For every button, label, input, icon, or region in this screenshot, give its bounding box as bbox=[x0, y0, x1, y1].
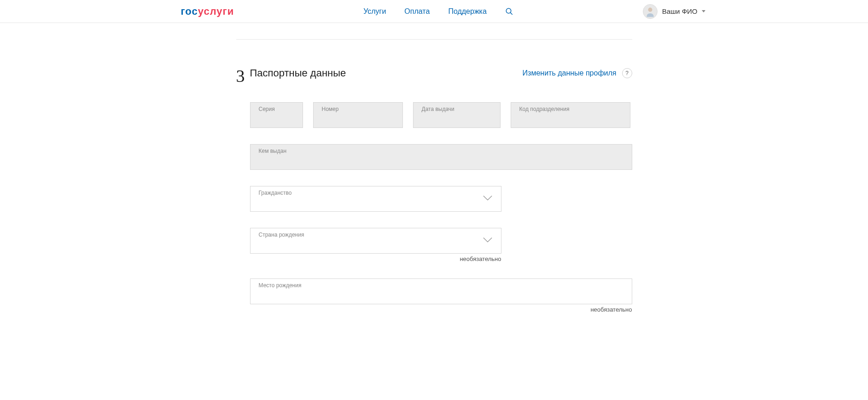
logo[interactable]: госуслуги bbox=[181, 6, 234, 17]
number-label: Номер bbox=[322, 106, 339, 112]
citizenship-label: Гражданство bbox=[259, 190, 292, 196]
number-field[interactable]: Номер bbox=[313, 102, 403, 128]
change-profile-link[interactable]: Изменить данные профиля bbox=[523, 69, 617, 77]
nav: Услуги Оплата Поддержка bbox=[363, 7, 513, 16]
help-icon[interactable]: ? bbox=[622, 68, 632, 78]
issued-by-label: Кем выдан bbox=[259, 148, 287, 154]
department-code-field[interactable]: Код подразделения bbox=[511, 102, 630, 128]
search-icon[interactable] bbox=[505, 7, 513, 16]
citizenship-field[interactable]: Гражданство bbox=[250, 186, 501, 212]
divider bbox=[236, 39, 632, 40]
birth-place-label: Место рождения bbox=[259, 282, 302, 289]
nav-services[interactable]: Услуги bbox=[363, 7, 386, 16]
series-field[interactable]: Серия bbox=[250, 102, 303, 128]
birth-country-label: Страна рождения bbox=[259, 232, 304, 238]
birth-place-input[interactable] bbox=[250, 279, 632, 304]
avatar bbox=[643, 4, 658, 19]
section-title: Паспортные данные bbox=[250, 67, 346, 79]
header: госуслуги Услуги Оплата Поддержка Ваши Ф… bbox=[0, 0, 868, 23]
svg-point-0 bbox=[506, 8, 511, 13]
birth-place-field[interactable]: Место рождения bbox=[250, 278, 632, 304]
department-code-label: Код подразделения bbox=[519, 106, 570, 112]
section-number: 3 bbox=[236, 67, 250, 329]
svg-point-2 bbox=[648, 7, 652, 12]
issued-by-input[interactable] bbox=[250, 145, 632, 169]
issue-date-field[interactable]: Дата выдачи bbox=[413, 102, 501, 128]
user-menu[interactable]: Ваши ФИО bbox=[643, 4, 706, 19]
user-name: Ваши ФИО bbox=[662, 7, 698, 15]
series-label: Серия bbox=[259, 106, 275, 112]
section-passport: 3 Паспортные данные Изменить данные проф… bbox=[236, 67, 632, 329]
svg-line-1 bbox=[510, 12, 513, 15]
issued-by-field[interactable]: Кем выдан bbox=[250, 144, 632, 170]
series-input[interactable] bbox=[250, 103, 303, 128]
nav-support[interactable]: Поддержка bbox=[448, 7, 486, 16]
issue-date-label: Дата выдачи bbox=[422, 106, 454, 112]
birth-place-hint: необязательно bbox=[250, 306, 632, 313]
nav-payment[interactable]: Оплата bbox=[404, 7, 430, 16]
birth-country-hint: необязательно bbox=[250, 255, 501, 262]
birth-country-field[interactable]: Страна рождения bbox=[250, 228, 501, 254]
chevron-down-icon bbox=[702, 10, 705, 12]
